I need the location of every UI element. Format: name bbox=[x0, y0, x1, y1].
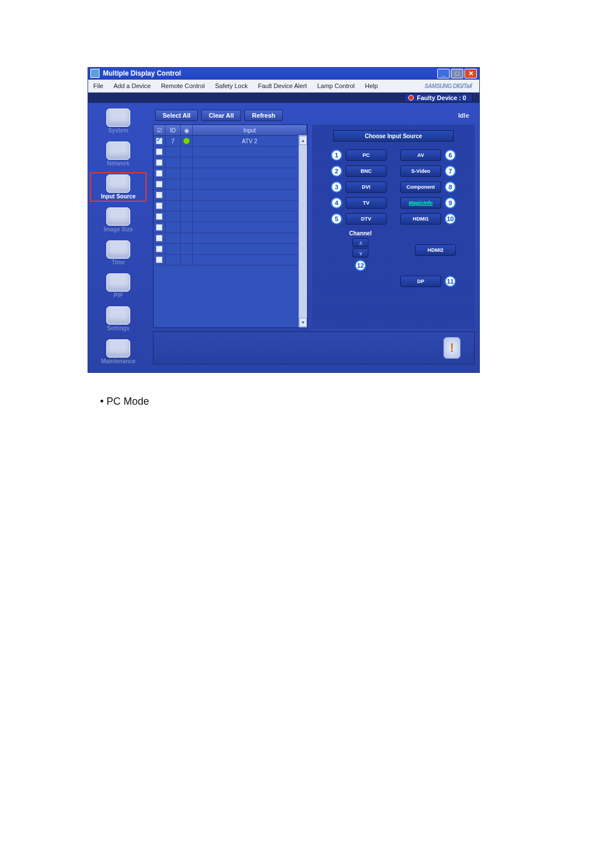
row-checkbox[interactable] bbox=[156, 181, 163, 188]
source-button[interactable]: Component bbox=[400, 181, 441, 193]
scroll-down-button[interactable]: ▼ bbox=[299, 318, 307, 327]
row-checkbox[interactable] bbox=[156, 192, 163, 198]
menu-bar: File Add a Device Remote Control Safety … bbox=[88, 80, 479, 93]
faulty-device-text: Faulty Device : 0 bbox=[417, 94, 466, 101]
row-checkbox[interactable] bbox=[156, 170, 163, 177]
grid-scrollbar[interactable]: ▲ ▼ bbox=[298, 135, 307, 327]
select-all-button[interactable]: Select All bbox=[155, 110, 198, 121]
footer-panel: ! bbox=[153, 331, 475, 364]
source-button[interactable]: DP bbox=[400, 276, 441, 287]
row-checkbox[interactable] bbox=[156, 138, 163, 144]
sidebar-item-network[interactable]: Network bbox=[90, 139, 147, 169]
status-idle: Idle bbox=[458, 112, 472, 119]
source-av: AV6 bbox=[397, 149, 456, 161]
row-checkbox[interactable] bbox=[156, 202, 163, 209]
channel-up-button[interactable]: ∧ bbox=[352, 238, 368, 247]
menu-safety-lock[interactable]: Safety Lock bbox=[210, 80, 252, 92]
source-bnc: 2BNC bbox=[331, 165, 390, 177]
col-check[interactable]: ☑ bbox=[154, 125, 165, 135]
sidebar-item-input-source[interactable]: Input Source bbox=[90, 172, 147, 202]
faulty-device-badge[interactable]: Faulty Device : 0 bbox=[404, 93, 472, 102]
row-checkbox[interactable] bbox=[156, 246, 163, 252]
source-dtv: 5DTV bbox=[331, 213, 390, 225]
sidebar-item-system[interactable]: System bbox=[90, 106, 147, 136]
sidebar-item-label: Image Size bbox=[103, 226, 133, 232]
table-row[interactable] bbox=[154, 190, 307, 201]
sidebar-item-pip[interactable]: PIP bbox=[90, 271, 147, 301]
clear-all-button[interactable]: Clear All bbox=[201, 110, 241, 121]
row-checkbox[interactable] bbox=[156, 224, 163, 231]
table-row[interactable] bbox=[154, 255, 307, 265]
source-button[interactable]: MagicInfo bbox=[400, 197, 441, 209]
refresh-button[interactable]: Refresh bbox=[244, 110, 283, 121]
row-checkbox[interactable] bbox=[156, 235, 163, 242]
sidebar-item-settings[interactable]: Settings bbox=[90, 304, 147, 334]
grid-header: ☑ ID ◉ Input bbox=[154, 125, 307, 136]
callout-badge: 10 bbox=[445, 213, 456, 225]
sidebar-item-label: Time bbox=[111, 259, 125, 265]
callout-badge: 9 bbox=[445, 197, 456, 209]
table-row[interactable] bbox=[154, 179, 307, 190]
source-dvi: 3DVI bbox=[331, 181, 390, 193]
table-row[interactable] bbox=[154, 168, 307, 179]
row-checkbox[interactable] bbox=[156, 256, 163, 263]
menu-remote-control[interactable]: Remote Control bbox=[156, 80, 210, 92]
source-button[interactable]: BNC bbox=[346, 165, 387, 177]
table-row[interactable]: 7ATV 2 bbox=[154, 136, 307, 147]
menu-fault-device-alert[interactable]: Fault Device Alert bbox=[253, 80, 312, 92]
menu-lamp-control[interactable]: Lamp Control bbox=[312, 80, 360, 92]
table-row[interactable] bbox=[154, 233, 307, 244]
row-input: ATV 2 bbox=[193, 136, 307, 146]
callout-badge: 5 bbox=[331, 213, 342, 225]
info-icon[interactable]: ! bbox=[443, 337, 460, 359]
source-button[interactable]: HDMI2 bbox=[415, 244, 456, 256]
callout-badge: 1 bbox=[331, 149, 342, 161]
col-id[interactable]: ID bbox=[165, 125, 181, 135]
row-checkbox[interactable] bbox=[156, 213, 163, 220]
callout-badge: 11 bbox=[445, 276, 456, 287]
table-row[interactable] bbox=[154, 244, 307, 255]
source-button[interactable]: PC bbox=[346, 149, 387, 161]
menu-add-device[interactable]: Add a Device bbox=[109, 80, 156, 92]
sidebar-icon bbox=[106, 175, 130, 193]
brand-label: SAMSUNG DIGITall bbox=[420, 80, 477, 92]
sidebar-item-time[interactable]: Time bbox=[90, 238, 147, 268]
source-dp: DP11 bbox=[397, 276, 456, 287]
device-grid: ☑ ID ◉ Input 7ATV 2 ▲ ▼ bbox=[153, 124, 308, 328]
close-button[interactable]: ✕ bbox=[464, 69, 477, 78]
source-button[interactable]: DTV bbox=[346, 213, 387, 225]
sidebar-item-label: Input Source bbox=[101, 193, 135, 200]
table-row[interactable] bbox=[154, 201, 307, 211]
menu-help[interactable]: Help bbox=[360, 80, 383, 92]
sidebar-icon bbox=[106, 109, 130, 127]
minimize-button[interactable]: _ bbox=[437, 69, 450, 78]
row-checkbox[interactable] bbox=[156, 148, 163, 155]
callout-badge: 3 bbox=[331, 181, 342, 193]
sidebar-icon bbox=[106, 207, 130, 226]
table-row[interactable] bbox=[154, 157, 307, 168]
col-input[interactable]: Input bbox=[193, 125, 307, 135]
sidebar-item-label: System bbox=[108, 127, 128, 134]
status-dot-icon bbox=[183, 138, 190, 144]
table-row[interactable] bbox=[154, 222, 307, 233]
scroll-up-button[interactable]: ▲ bbox=[299, 136, 307, 145]
menu-file[interactable]: File bbox=[88, 80, 109, 92]
source-button[interactable]: DVI bbox=[346, 181, 387, 193]
sidebar-item-maintenance[interactable]: Maintenance bbox=[90, 337, 147, 367]
source-button[interactable]: S-Video bbox=[400, 165, 441, 177]
sidebar-icon bbox=[106, 240, 130, 259]
source-button[interactable]: HDMI1 bbox=[400, 213, 441, 225]
row-checkbox[interactable] bbox=[156, 159, 163, 166]
page-caption: • PC Mode bbox=[100, 396, 614, 408]
source-button[interactable]: TV bbox=[346, 197, 387, 209]
maximize-button[interactable]: □ bbox=[451, 69, 463, 78]
sidebar-item-image-size[interactable]: Image Size bbox=[90, 205, 147, 235]
table-row[interactable] bbox=[154, 211, 307, 222]
col-status[interactable]: ◉ bbox=[181, 125, 193, 135]
source-hdmi2: HDMI2 bbox=[397, 229, 456, 271]
channel-down-button[interactable]: ∨ bbox=[352, 248, 368, 258]
table-row[interactable] bbox=[154, 147, 307, 157]
callout-badge: 6 bbox=[445, 149, 456, 161]
source-button[interactable]: AV bbox=[400, 149, 441, 161]
fault-dot-icon bbox=[408, 95, 414, 101]
